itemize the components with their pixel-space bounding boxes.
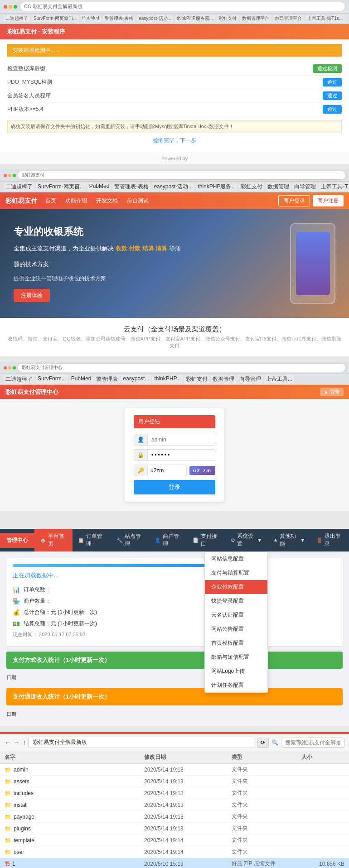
- admin-nav-sites[interactable]: 🔧 站点管理: [111, 529, 149, 551]
- bookmark-item[interactable]: 警管理表-表格: [103, 15, 135, 22]
- install-btn-3[interactable]: 通过: [323, 91, 342, 100]
- bookmark-item[interactable]: easypost-活动...: [137, 15, 173, 22]
- install-note: 成功安装后请保存文件夹中的初始化，如需重新安装，请手动删除Mysql数据库Tin…: [7, 120, 342, 133]
- dropdown-item-4[interactable]: 快捷登录配置: [205, 594, 267, 608]
- bm[interactable]: 向导管理: [238, 375, 263, 384]
- bm[interactable]: 上帝工具...: [264, 375, 294, 384]
- file-size: [297, 823, 349, 834]
- install-next-link[interactable]: 检测完毕，下一步: [153, 137, 196, 144]
- hero-title: 专业的收银系统: [14, 225, 281, 239]
- bm[interactable]: 数据管理: [266, 182, 291, 191]
- bm[interactable]: 二迪超棒了: [4, 182, 34, 191]
- bm[interactable]: easypost...: [121, 375, 151, 384]
- file-name: 📁plugins: [5, 825, 31, 832]
- dropdown-item-6[interactable]: 网站公告配置: [205, 622, 267, 636]
- admin-nav-settings-label: 系统设置: [237, 532, 255, 548]
- bookmark-item[interactable]: 数据管理平台: [240, 15, 271, 22]
- bm[interactable]: 彩虹支付: [239, 182, 264, 191]
- admin-nav-logout[interactable]: 🚪 退出登录: [311, 529, 349, 551]
- dropdown-item-7[interactable]: 首页模板配置: [205, 636, 267, 650]
- register-btn[interactable]: 商户注册: [313, 195, 344, 206]
- admin-nav-payment[interactable]: 📑 支付接口: [187, 529, 225, 551]
- bm[interactable]: PubMed: [69, 375, 93, 384]
- username-input[interactable]: [148, 434, 215, 445]
- up-icon[interactable]: ↑: [23, 739, 26, 746]
- nav-test[interactable]: 前台测试: [124, 196, 151, 206]
- bm[interactable]: SurvForm-网页窗...: [36, 182, 86, 191]
- file-path[interactable]: 彩虹易支付全解最新版: [29, 737, 254, 748]
- admin-content: 正在加载数据中... 📊 订单总数： 🏪 商户数量： 💰 总计合额：元 (1小时…: [0, 551, 349, 726]
- admin-nav-home[interactable]: 🏠 平台首页: [34, 529, 73, 551]
- bm[interactable]: 警管理表: [94, 375, 120, 384]
- file-size: [297, 811, 349, 823]
- table-row[interactable]: 📁user 2020/5/14 19:14 文件夹: [0, 846, 349, 858]
- bm[interactable]: 上帝工具-T1s...: [319, 182, 349, 191]
- install-btn-2[interactable]: 通过: [323, 78, 342, 86]
- table-row[interactable]: 📁admin 2020/5/14 19:13 文件夹: [0, 764, 349, 776]
- hero-sub: 提供企业统一管理电子钱包的技术方案: [14, 275, 281, 283]
- nav-home[interactable]: 首页: [43, 196, 59, 206]
- dropdown-item-3[interactable]: 企业付款配置: [205, 580, 267, 594]
- refresh-btn[interactable]: ⟳: [257, 738, 269, 748]
- back-icon[interactable]: ←: [5, 739, 11, 746]
- login-address-bar[interactable]: 彩虹易支付管理中心: [18, 363, 345, 372]
- admin-nav-merchants[interactable]: 👤 商户管理: [149, 529, 187, 551]
- bm[interactable]: 数据管理: [211, 375, 236, 384]
- admin-nav-settings[interactable]: ⚙ 系统设置 ▼: [225, 529, 267, 551]
- captcha-image[interactable]: u2 zm: [189, 466, 215, 475]
- bm[interactable]: 彩虹支付: [184, 375, 209, 384]
- sites-icon: 🔧: [116, 537, 123, 543]
- cloud-title: 云支付（全支付场景及渠道覆盖）: [7, 325, 342, 334]
- bookmark-item[interactable]: 上帝工具-第T1s...: [305, 15, 344, 22]
- dropdown-item-8[interactable]: 邮箱与短信配置: [205, 650, 267, 664]
- bookmark-item[interactable]: SurvForm-网页窗门...: [32, 15, 79, 22]
- install-btn-1[interactable]: 通过检测: [313, 64, 342, 73]
- bm[interactable]: easypost-活动...: [152, 182, 194, 191]
- bm[interactable]: 向导管理: [292, 182, 318, 191]
- table-row[interactable]: 📁install 2020/5/14 19:13 文件夹: [0, 799, 349, 811]
- nav-features[interactable]: 功能介绍: [63, 196, 90, 206]
- dropdown-item-10[interactable]: 计划任务配置: [205, 678, 267, 692]
- system-settings-dropdown[interactable]: ⚙ 系统设置 ▼ 网站信息配置 支付与结算配置 企业付款配置 快捷登录配置 云名…: [225, 529, 267, 551]
- table-row[interactable]: 🗜1 2020/5/10 15:19 好压 ZIP 压缩文件 10,656 KB: [0, 858, 349, 868]
- table-row[interactable]: 📁plugins 2020/5/14 19:13 文件夹: [0, 823, 349, 834]
- dropdown-item-9[interactable]: 网站Logo上传: [205, 664, 267, 678]
- nav-docs[interactable]: 开发文档: [93, 196, 121, 206]
- bm[interactable]: PubMed: [87, 182, 111, 191]
- login-submit-btn[interactable]: 登录: [134, 480, 215, 494]
- password-field: 🔒: [134, 449, 215, 461]
- bookmark-item[interactable]: 向导管理平台: [273, 15, 304, 22]
- install-btn-4[interactable]: 通过: [323, 105, 342, 114]
- bookmark-item[interactable]: 彩虹支付: [217, 15, 238, 22]
- forward-icon[interactable]: →: [14, 739, 20, 746]
- file-name: 🗜1: [5, 861, 15, 867]
- file-size: [297, 846, 349, 858]
- captcha-input[interactable]: [148, 465, 175, 476]
- user-icon: 👤: [134, 434, 148, 445]
- address-bar[interactable]: CC.彩虹易支付全解最新版: [20, 2, 345, 11]
- stat-orders-label: 订单总数：: [24, 586, 51, 594]
- bm[interactable]: thinkPHP服务...: [196, 182, 238, 191]
- bm[interactable]: SurvForm...: [36, 375, 68, 384]
- bookmark-item[interactable]: 二迪超棒了: [4, 15, 30, 22]
- website-address-bar[interactable]: 彩虹易支付: [18, 171, 345, 180]
- bm[interactable]: 二迪超棒了: [4, 375, 34, 384]
- dropdown-item-5[interactable]: 云名认证配置: [205, 608, 267, 622]
- table-row[interactable]: 📁template 2020/5/14 19:14 文件夹: [0, 834, 349, 846]
- bookmark-item[interactable]: thinkPHP服务器...: [175, 15, 215, 22]
- password-input[interactable]: [148, 450, 215, 460]
- table-row[interactable]: 📁assets 2020/5/14 19:13 文件夹: [0, 776, 349, 787]
- login-btn[interactable]: 商户登录: [278, 195, 310, 206]
- login-nav-btn[interactable]: ▲ 登录: [320, 388, 344, 396]
- admin-nav-orders[interactable]: 📋 订单管理: [73, 529, 111, 551]
- dropdown-item-2[interactable]: 支付与结算配置: [205, 566, 267, 580]
- dropdown-item-1[interactable]: 网站信息配置: [205, 552, 267, 566]
- bm[interactable]: 警管理表-表格: [112, 182, 150, 191]
- bookmark-item[interactable]: PubMed: [81, 15, 101, 22]
- admin-nav-other[interactable]: ★ 其他功能 ▼: [268, 529, 311, 551]
- bm[interactable]: thinkPHP...: [152, 375, 182, 384]
- table-row[interactable]: 📁paypage 2020/5/14 19:13 文件夹: [0, 811, 349, 823]
- file-search-input[interactable]: [281, 738, 344, 748]
- hero-cta-btn[interactable]: 注册体验: [14, 289, 50, 302]
- table-row[interactable]: 📁includes 2020/5/14 19:13 文件夹: [0, 787, 349, 799]
